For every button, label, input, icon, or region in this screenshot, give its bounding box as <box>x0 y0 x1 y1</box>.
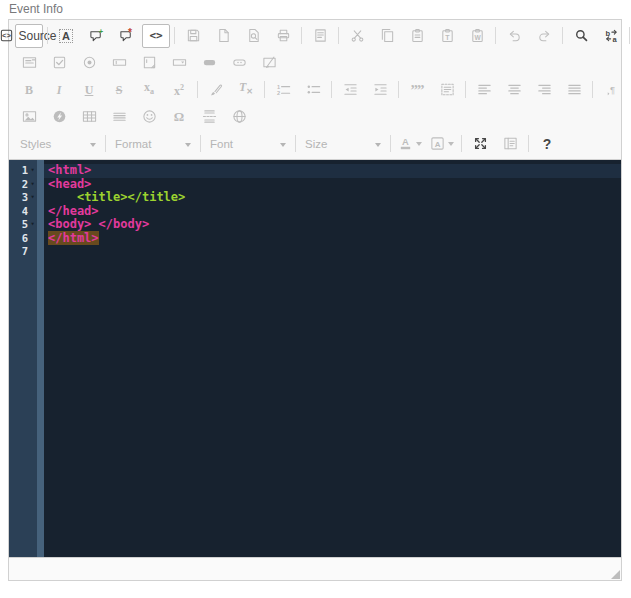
toolbar-separator <box>398 81 399 98</box>
size-combo-label: Size <box>305 138 327 150</box>
line-number: 2▾ <box>9 178 37 192</box>
paste-from-word-button: W <box>463 24 491 48</box>
paste-text-button: T <box>433 24 461 48</box>
toolbar-separator <box>528 135 529 152</box>
source-code-area[interactable]: 1▾2▾3▾45▾67 <html><head> <title></title>… <box>9 160 621 557</box>
line-number: 5▾ <box>9 218 37 232</box>
resize-handle[interactable] <box>611 570 620 579</box>
checkbox-button <box>45 51 73 75</box>
preview-button <box>239 24 267 48</box>
print-icon <box>276 28 291 43</box>
maximize-button[interactable] <box>466 132 494 156</box>
flash-icon <box>52 109 67 124</box>
radio-button-button <box>75 51 103 75</box>
svg-text:2: 2 <box>276 90 279 96</box>
toolbar-separator <box>264 81 265 98</box>
fold-gutter <box>37 160 44 557</box>
svg-text:A: A <box>435 140 441 149</box>
chevron-down-icon <box>416 142 422 149</box>
about-icon: ? <box>543 137 552 151</box>
toolbar-separator <box>592 81 593 98</box>
div-container-icon <box>440 82 455 97</box>
strikethrough-button: S <box>105 78 133 102</box>
code-line[interactable]: <html> <box>44 164 621 178</box>
copy-button <box>373 24 401 48</box>
text-color-button: A <box>395 132 425 156</box>
toolbar-separator <box>461 135 462 152</box>
new-page-button <box>209 24 237 48</box>
numbered-list-button: 12 <box>269 78 297 102</box>
redo-button <box>530 24 558 48</box>
uncomment-range-button[interactable]: * <box>112 24 140 48</box>
code-token: <html> <box>48 163 91 177</box>
autocomplete-button[interactable]: <> <box>142 24 170 48</box>
select-field-icon <box>172 55 187 70</box>
auto-format-icon: A <box>59 29 73 43</box>
toolbar-row-1: <>SourceA+*<>TWbaABC <box>14 22 616 49</box>
fold-arrow-icon[interactable]: ▾ <box>28 178 37 191</box>
toolbar-separator <box>301 27 302 44</box>
code-line[interactable] <box>44 245 621 259</box>
form-icon <box>22 55 37 70</box>
iframe-button <box>225 105 253 129</box>
svg-text:1: 1 <box>276 84 279 90</box>
replace-button[interactable]: ba <box>597 24 625 48</box>
svg-text:*: * <box>127 28 131 38</box>
show-blocks-button <box>496 132 524 156</box>
format-combo: Format <box>110 133 196 155</box>
underline-button: U <box>75 78 103 102</box>
fold-arrow-icon[interactable]: ▾ <box>28 164 37 177</box>
templates-button <box>306 24 334 48</box>
comment-add-icon: + <box>89 28 104 43</box>
code-editor[interactable]: <html><head> <title></title></head><body… <box>44 160 621 557</box>
code-token: <body> </body> <box>48 217 149 231</box>
iframe-globe-icon <box>232 109 247 124</box>
styles-combo: Styles <box>15 133 101 155</box>
line-number: 7 <box>9 245 37 259</box>
textarea-button <box>135 51 163 75</box>
code-line[interactable]: </head> <box>44 205 621 219</box>
bold-button: B <box>15 78 43 102</box>
special-char-icon: Ω <box>174 110 184 124</box>
toolbar-separator <box>465 81 466 98</box>
templates-icon <box>313 28 328 43</box>
bidi-ltr-icon: ¶ <box>604 82 619 97</box>
about-button[interactable]: ? <box>533 132 561 156</box>
button-el-icon <box>202 55 217 70</box>
remove-format-icon: T✕ <box>239 80 253 99</box>
paste-button <box>403 24 431 48</box>
code-line[interactable]: <title></title> <box>44 191 621 205</box>
align-justify-icon <box>567 82 582 97</box>
comment-range-button[interactable]: + <box>82 24 110 48</box>
special-character-button: Ω <box>165 105 193 129</box>
print-button <box>269 24 297 48</box>
fold-arrow-icon[interactable]: ▾ <box>28 218 37 231</box>
source-button[interactable]: <>Source <box>15 24 43 48</box>
table-button <box>75 105 103 129</box>
find-button[interactable] <box>567 24 595 48</box>
format-combo-label: Format <box>115 138 151 150</box>
code-token: <head> <box>48 177 91 191</box>
italic-button: I <box>45 78 73 102</box>
code-line[interactable]: <head> <box>44 178 621 192</box>
auto-format-button[interactable]: A <box>52 24 80 48</box>
svg-text:W: W <box>474 34 481 41</box>
code-line[interactable]: <body> </body> <box>44 218 621 232</box>
strike-icon: S <box>116 83 123 97</box>
smiley-button <box>135 105 163 129</box>
fold-arrow-icon[interactable]: ▾ <box>28 191 37 204</box>
hidden-field-button <box>255 51 283 75</box>
horizontal-rule-icon <box>112 109 127 124</box>
code-line[interactable]: </html> <box>44 232 621 246</box>
line-number-gutter: 1▾2▾3▾45▾67 <box>9 160 37 557</box>
selection-field-button <box>165 51 193 75</box>
align-right-icon <box>537 82 552 97</box>
flash-button <box>45 105 73 129</box>
align-justify-button <box>560 78 588 102</box>
line-number-text: 7 <box>22 245 28 259</box>
radio-icon <box>82 55 97 70</box>
align-left-icon <box>477 82 492 97</box>
outdent-button <box>336 78 364 102</box>
field-label: Event Info <box>9 2 631 16</box>
show-blocks-icon <box>503 136 518 151</box>
